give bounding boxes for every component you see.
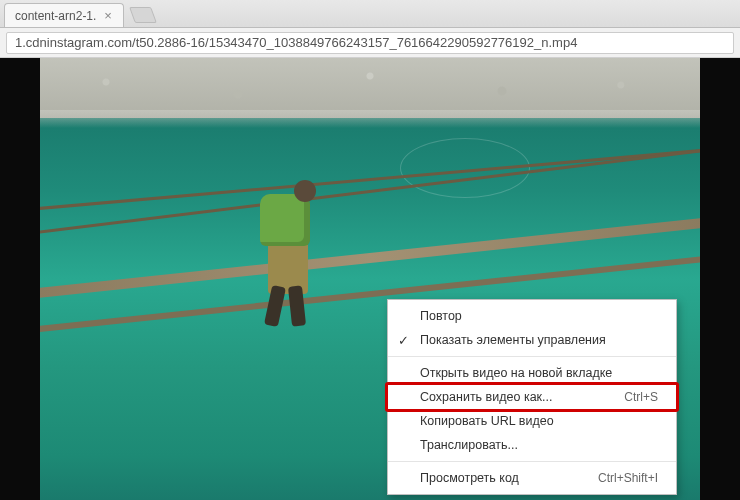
menu-label: Повтор	[420, 309, 462, 323]
scene-bridge	[40, 216, 700, 299]
menu-item-inspect[interactable]: Просмотреть код Ctrl+Shift+I	[388, 466, 676, 490]
check-icon: ✓	[398, 333, 409, 348]
menu-shortcut: Ctrl+S	[624, 390, 658, 404]
scene-rope	[40, 148, 700, 212]
url-input[interactable]	[6, 32, 734, 54]
tab-strip: content-arn2-1. ×	[0, 0, 740, 28]
scene-rope	[40, 147, 700, 235]
menu-shortcut: Ctrl+Shift+I	[598, 471, 658, 485]
menu-separator	[388, 461, 676, 462]
menu-item-show-controls[interactable]: ✓ Показать элементы управления	[388, 328, 676, 352]
menu-item-loop[interactable]: Повтор	[388, 304, 676, 328]
tab-title: content-arn2-1.	[15, 9, 96, 23]
menu-item-save-as[interactable]: Сохранить видео как... Ctrl+S	[388, 385, 676, 409]
menu-item-open-new-tab[interactable]: Открыть видео на новой вкладке	[388, 361, 676, 385]
menu-separator	[388, 356, 676, 357]
scene-hiker	[250, 186, 330, 326]
address-bar	[0, 28, 740, 58]
close-icon[interactable]: ×	[101, 9, 115, 23]
menu-label: Транслировать...	[420, 438, 518, 452]
menu-label: Открыть видео на новой вкладке	[420, 366, 612, 380]
new-tab-button[interactable]	[129, 7, 157, 23]
browser-tab[interactable]: content-arn2-1. ×	[4, 3, 124, 27]
menu-label: Копировать URL видео	[420, 414, 554, 428]
menu-label: Сохранить видео как...	[420, 390, 552, 404]
scene-shore	[40, 58, 700, 118]
menu-label: Просмотреть код	[420, 471, 519, 485]
menu-item-cast[interactable]: Транслировать...	[388, 433, 676, 457]
content-area: Повтор ✓ Показать элементы управления От…	[0, 58, 740, 500]
video-player[interactable]: Повтор ✓ Показать элементы управления От…	[40, 58, 700, 500]
context-menu: Повтор ✓ Показать элементы управления От…	[387, 299, 677, 495]
menu-label: Показать элементы управления	[420, 333, 606, 347]
menu-item-copy-url[interactable]: Копировать URL видео	[388, 409, 676, 433]
